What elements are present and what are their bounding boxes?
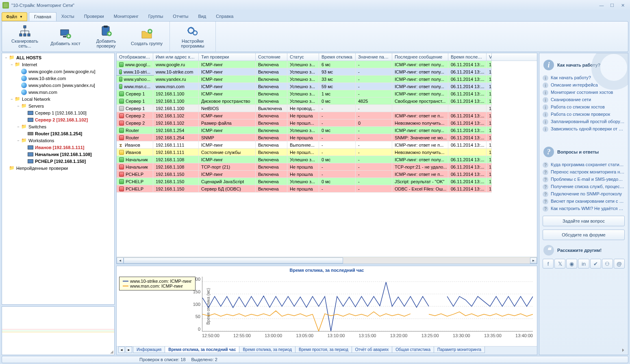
chart-tab[interactable]: Время отклика, за период	[239, 347, 295, 353]
column-header[interactable]: V	[487, 53, 492, 61]
tree-twisty-icon[interactable]: −	[4, 56, 9, 60]
help-link[interactable]: ?Получение списка служб, процессов...	[543, 183, 625, 191]
tree-node[interactable]: www.google.com [www.google.ru]	[2, 68, 114, 75]
facebook-icon[interactable]: f	[543, 259, 554, 269]
tree-node[interactable]: −📁ALL HOSTS	[2, 54, 114, 61]
help-link[interactable]: iЗапланированный простой оборудов...	[543, 118, 625, 126]
table-row[interactable]: www.googl...www.google.ruICMP-пингВключе…	[117, 61, 537, 68]
create-group-button[interactable]: Создать группу	[126, 23, 167, 50]
host-tree[interactable]: −📁ALL HOSTS−📁Internetwww.google.com [www…	[2, 53, 115, 305]
chart-tab[interactable]: Отчёт об авариях	[352, 347, 392, 353]
tree-twisty-icon[interactable]: −	[16, 104, 21, 108]
table-row[interactable]: PCHELP192.168.1.150ICMP-пингВключенаНе п…	[117, 171, 537, 178]
scrollbar-thumb[interactable]	[124, 258, 343, 264]
chart-tab[interactable]: Параметр мониторинга	[434, 347, 485, 353]
twitter-icon[interactable]: 𝕏	[554, 259, 565, 269]
table-row[interactable]: Сервер 2192.168.1.102Размер файлаВключен…	[117, 119, 537, 127]
add-host-button[interactable]: Добавить хост	[45, 23, 86, 50]
help-link[interactable]: iРабота со списком проверок	[543, 111, 625, 118]
help-link[interactable]: ?Проблемы с E-mail и SMS-уведомлен...	[543, 176, 625, 183]
help-link[interactable]: iМониторинг состояния хостов	[543, 89, 625, 96]
chart-tab[interactable]: Информация	[133, 347, 165, 353]
ribbon-tab-3[interactable]: Мониторинг	[109, 12, 143, 21]
column-header[interactable]: Отображаемо...	[117, 53, 153, 61]
column-header[interactable]: Время отклика	[319, 53, 356, 61]
at-icon[interactable]: @	[614, 259, 625, 269]
tree-node[interactable]: 📁Непройденные проверки	[2, 165, 114, 171]
scroll-left-button[interactable]: ◄	[117, 258, 124, 264]
vk-icon[interactable]: ✔	[590, 259, 601, 269]
maximize-button[interactable]: ☐	[607, 2, 617, 9]
table-row[interactable]: Router192.168.1.254ICMP-пингВключенаУспе…	[117, 127, 537, 134]
tree-twisty-icon[interactable]: −	[16, 139, 21, 143]
scroll-right-button[interactable]: ►	[530, 258, 537, 264]
tree-node[interactable]: −📁Workstations	[2, 137, 114, 144]
ribbon-tab-2[interactable]: Проверки	[79, 12, 109, 21]
tree-node[interactable]: −📁Internet	[2, 61, 114, 68]
help-link[interactable]: ?Куда программа сохраняет статисти...	[543, 161, 625, 169]
column-header[interactable]: Статус	[287, 53, 319, 61]
table-row[interactable]: www.10-stri...www.10-strike.comICMP-пинг…	[117, 68, 537, 76]
tree-node[interactable]: Router [192.168.1.254]	[2, 130, 114, 137]
tree-node[interactable]: PCHELP [192.168.1.150]	[2, 158, 114, 165]
odnoklassniki-icon[interactable]: ⚇	[602, 259, 613, 269]
livejournal-icon[interactable]: ◉	[566, 259, 577, 269]
table-row[interactable]: Сервер 1192.168.1.100Дисковое пространст…	[117, 98, 537, 105]
table-row[interactable]: Иванов192.168.1.111Состояние службыВключ…	[117, 149, 537, 156]
tree-node[interactable]: www.msn.com	[2, 89, 114, 95]
ask-question-button[interactable]: Задайте нам вопрос	[543, 216, 625, 226]
table-row[interactable]: PCHELP192.168.1.150Сервер БД (ODBC)Включ…	[117, 185, 537, 193]
column-header[interactable]: Состояние	[256, 53, 287, 61]
chart-tab[interactable]: Время простоя, за период	[295, 347, 352, 353]
file-menu[interactable]: Файл▼	[2, 12, 27, 21]
tree-twisty-icon[interactable]: −	[16, 125, 21, 129]
ribbon-tab-5[interactable]: Отчеты	[168, 12, 193, 21]
column-header[interactable]: Время послед...	[448, 53, 487, 61]
help-link[interactable]: iРабота со списком хостов	[543, 104, 625, 111]
table-row[interactable]: Сервер 2192.168.1.102ICMP-пингВключенаНе…	[117, 112, 537, 119]
linkedin-icon[interactable]: in	[578, 259, 589, 269]
help-link[interactable]: iЗависимость одной проверки от дру...	[543, 126, 625, 133]
column-header[interactable]: Имя или адрес хо...	[153, 53, 199, 61]
tree-twisty-icon[interactable]: −	[9, 97, 14, 101]
table-row[interactable]: Начальник192.168.1.108TCP-порт (21)Включ…	[117, 163, 537, 171]
tree-node[interactable]: www.yahoo.com [www.yandex.ru]	[2, 82, 114, 89]
chart-tab[interactable]: Время отклика, за последний час	[165, 347, 239, 353]
table-row[interactable]: www.msn.c...www.msn.comICMP-пингВключена…	[117, 83, 537, 90]
column-header[interactable]: Последнее сообщение	[392, 53, 448, 61]
settings-button[interactable]: Настройки программы	[172, 23, 213, 50]
tree-node[interactable]: −📁Switches	[2, 123, 114, 130]
add-check-button[interactable]: Добавить проверку	[86, 23, 126, 50]
ribbon-tab-7[interactable]: Справка	[211, 12, 238, 21]
help-link[interactable]: ?Виснет при сканировании сети с вк...	[543, 198, 625, 205]
help-link[interactable]: ?Перенос настроек мониторинга на д...	[543, 169, 625, 176]
collapse-sidebar-button[interactable]: ⏵	[621, 347, 626, 352]
discuss-forum-button[interactable]: Обсудите на форуме	[543, 230, 625, 240]
table-row[interactable]: Иванов192.168.1.111ICMP-пингВключенаВыпо…	[117, 141, 537, 149]
minimize-button[interactable]: —	[597, 2, 606, 9]
horizontal-scrollbar[interactable]: ◄ ►	[117, 257, 537, 264]
tree-node[interactable]: Сервер 2 [192.168.1.102]	[2, 116, 114, 123]
close-button[interactable]: ✕	[618, 2, 628, 9]
ribbon-tab-1[interactable]: Хосты	[56, 12, 79, 21]
table-row[interactable]: Router192.168.1.254SNMPВключенаНе прошла…	[117, 134, 537, 141]
tree-node[interactable]: −📁Local Network	[2, 95, 114, 102]
tab-prev-button[interactable]: ◄	[118, 347, 125, 353]
chart-tab[interactable]: Общая статистика	[392, 347, 434, 353]
tree-node[interactable]: Иванов [192.168.1.111]	[2, 144, 114, 151]
tree-node[interactable]: −📁Servers	[2, 102, 114, 109]
table-row[interactable]: Начальник192.168.1.108ICMP-пингВключенаУ…	[117, 156, 537, 163]
ribbon-tab-4[interactable]: Группы	[143, 12, 168, 21]
tab-next-button[interactable]: ►	[126, 347, 132, 353]
scan-network-button[interactable]: Сканировать сеть...	[4, 23, 45, 50]
checks-grid[interactable]: Отображаемо...Имя или адрес хо...Тип про…	[116, 53, 537, 264]
table-row[interactable]: www.yahoo...www.yandex.ruICMP-пингВключе…	[117, 76, 537, 83]
tree-twisty-icon[interactable]: −	[9, 63, 14, 67]
tree-node[interactable]: Сервер 1 [192.168.1.100]	[2, 109, 114, 116]
ribbon-tab-6[interactable]: Вид	[193, 12, 211, 21]
column-header[interactable]: Значение пар...	[356, 53, 392, 61]
table-row[interactable]: Сервер 1192.168.1.100NetBIOSВыключенаНе …	[117, 105, 537, 112]
ribbon-tab-0[interactable]: Главная	[29, 12, 56, 21]
tree-node[interactable]: Начальник [192.168.1.108]	[2, 151, 114, 158]
table-row[interactable]: PCHELP192.168.1.150Сценарий JavaScriptВк…	[117, 178, 537, 185]
